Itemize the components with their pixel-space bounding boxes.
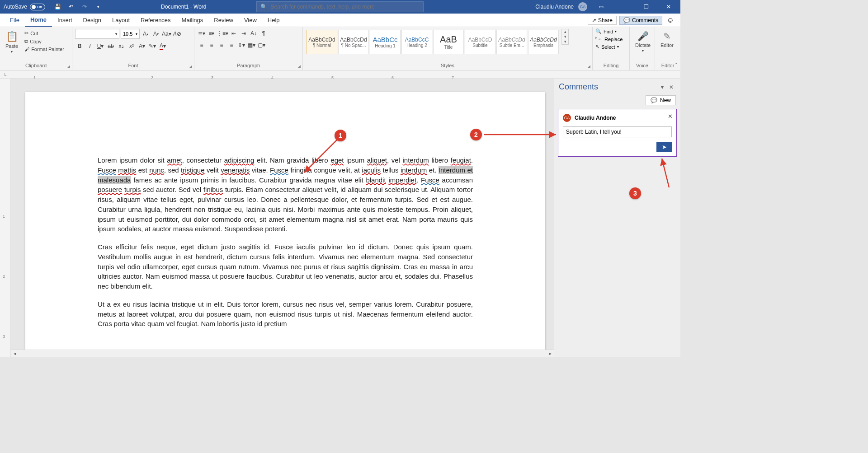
- paragraph-2[interactable]: Cras efficitur felis neque, eget dictum …: [98, 242, 473, 291]
- user-avatar[interactable]: CA: [578, 2, 587, 11]
- ribbon-display-options-icon[interactable]: ▭: [592, 0, 610, 14]
- tab-help[interactable]: Help: [262, 14, 285, 27]
- select-button[interactable]: ↖Select▾: [594, 43, 620, 50]
- comment-send-button[interactable]: ➤: [656, 142, 672, 152]
- tab-review[interactable]: Review: [208, 14, 239, 27]
- scroll-right-icon[interactable]: ▸: [547, 351, 554, 356]
- sort-icon[interactable]: A↓: [249, 29, 258, 38]
- increase-indent-icon[interactable]: ⇥: [239, 29, 248, 38]
- style-subtitle[interactable]: AaBbCcDSubtitle: [465, 30, 495, 54]
- qat-customize-icon[interactable]: ▾: [92, 1, 104, 13]
- autosave-control[interactable]: AutoSave Off: [0, 4, 49, 10]
- vertical-ruler[interactable]: 1 2 3: [0, 79, 11, 357]
- dialog-launcher-icon[interactable]: ◢: [297, 64, 301, 69]
- text-effects-icon[interactable]: A▾: [137, 42, 146, 51]
- align-center-icon[interactable]: ≡: [207, 41, 216, 50]
- close-icon[interactable]: ✕: [660, 0, 678, 14]
- page-body[interactable]: Lorem ipsum dolor sit amet, consectetur …: [25, 92, 545, 329]
- decrease-indent-icon[interactable]: ⇤: [229, 29, 238, 38]
- scroll-left-icon[interactable]: ◂: [11, 351, 18, 356]
- clear-formatting-icon[interactable]: A⊘: [173, 29, 182, 38]
- italic-icon[interactable]: I: [85, 42, 94, 51]
- shrink-font-icon[interactable]: A▾: [151, 29, 160, 38]
- maximize-icon[interactable]: ❐: [637, 0, 655, 14]
- paragraph-3[interactable]: Ut a ex eu risus lacinia tristique ut in…: [98, 299, 473, 329]
- borders-icon[interactable]: ▢▾: [257, 41, 266, 50]
- styles-scroll[interactable]: ▴▾▾: [561, 29, 569, 45]
- redo-icon[interactable]: ↷: [79, 1, 90, 13]
- multilevel-icon[interactable]: ⋮≡▾: [217, 29, 228, 38]
- paste-button[interactable]: 📋 Paste ▾: [3, 29, 21, 56]
- style-normal[interactable]: AaBbCcDd¶ Normal: [307, 30, 337, 54]
- underline-icon[interactable]: U▾: [96, 42, 105, 51]
- change-case-icon[interactable]: Aa▾: [162, 29, 171, 38]
- superscript-icon[interactable]: x²: [127, 42, 136, 51]
- tab-home[interactable]: Home: [25, 14, 52, 27]
- comment-input[interactable]: [563, 126, 672, 137]
- tab-selector[interactable]: L: [0, 72, 11, 77]
- numbering-icon[interactable]: ≡▾: [207, 29, 216, 38]
- justify-icon[interactable]: ≡: [227, 41, 236, 50]
- autosave-toggle[interactable]: Off: [30, 4, 45, 10]
- comment-close-icon[interactable]: ✕: [668, 113, 673, 120]
- align-right-icon[interactable]: ≡: [217, 41, 226, 50]
- undo-icon[interactable]: ↶: [65, 1, 77, 13]
- pane-close-icon[interactable]: ✕: [667, 84, 676, 90]
- collapse-ribbon-icon[interactable]: ˄: [675, 62, 678, 68]
- style-heading1[interactable]: AaBbCcHeading 1: [370, 30, 401, 54]
- font-name-combo[interactable]: ▾: [75, 29, 119, 39]
- font-color-icon[interactable]: A▾: [158, 42, 167, 51]
- editor-button[interactable]: ✎Editor: [658, 29, 676, 50]
- style-subtle-emphasis[interactable]: AaBbCcDdSubtle Em...: [496, 30, 527, 54]
- tab-design[interactable]: Design: [78, 14, 107, 27]
- copy-button[interactable]: ⧉Copy: [23, 38, 66, 45]
- cut-button[interactable]: ✂Cut: [23, 30, 66, 37]
- bullets-icon[interactable]: ≣▾: [197, 29, 206, 38]
- paragraph-1[interactable]: Lorem ipsum dolor sit amet, consectetur …: [98, 155, 473, 234]
- style-emphasis[interactable]: AaBbCcDdEmphasis: [528, 30, 559, 54]
- shading-icon[interactable]: ▦▾: [247, 41, 256, 50]
- minimize-icon[interactable]: —: [614, 0, 632, 14]
- align-left-icon[interactable]: ≡: [197, 41, 206, 50]
- pane-menu-icon[interactable]: ▾: [658, 84, 667, 90]
- style-title[interactable]: AaBTitle: [433, 30, 464, 54]
- page: Lorem ipsum dolor sit amet, consectetur …: [25, 92, 545, 357]
- find-button[interactable]: 🔍Find▾: [594, 28, 618, 35]
- horizontal-scrollbar[interactable]: ◂ ▸: [11, 350, 554, 357]
- scroll-down-icon[interactable]: ▾: [562, 34, 568, 39]
- style-heading2[interactable]: AaBbCcCHeading 2: [401, 30, 432, 54]
- share-button[interactable]: ↗Share: [588, 16, 617, 25]
- tab-file[interactable]: File: [5, 14, 25, 27]
- horizontal-ruler[interactable]: L 1 2 3 4 5 6 7: [0, 70, 680, 79]
- save-icon[interactable]: 💾: [52, 1, 63, 13]
- font-size-combo[interactable]: 10.5▾: [121, 29, 140, 39]
- format-painter-button[interactable]: 🖌Format Painter: [23, 46, 66, 52]
- styles-more-icon[interactable]: ▾: [562, 39, 568, 44]
- tab-mailings[interactable]: Mailings: [176, 14, 209, 27]
- grow-font-icon[interactable]: A▴: [141, 29, 150, 38]
- tab-references[interactable]: References: [135, 14, 176, 27]
- scroll-up-icon[interactable]: ▴: [562, 29, 568, 34]
- subscript-icon[interactable]: x₂: [117, 42, 126, 51]
- new-comment-button[interactable]: 💬New: [646, 95, 676, 105]
- styles-gallery[interactable]: AaBbCcDd¶ Normal AaBbCcDd¶ No Spac... Aa…: [306, 29, 560, 55]
- search-box[interactable]: 🔍: [256, 1, 424, 12]
- tab-insert[interactable]: Insert: [52, 14, 78, 27]
- style-nospacing[interactable]: AaBbCcDd¶ No Spac...: [338, 30, 369, 54]
- dialog-launcher-icon[interactable]: ◢: [587, 64, 590, 69]
- dialog-launcher-icon[interactable]: ◢: [67, 64, 70, 69]
- line-spacing-icon[interactable]: ⇕▾: [237, 41, 246, 50]
- replace-button[interactable]: ᵇ↔Replace: [594, 36, 623, 42]
- dialog-launcher-icon[interactable]: ◢: [189, 64, 192, 69]
- bold-icon[interactable]: B: [75, 42, 84, 51]
- highlight-icon[interactable]: ✎▾: [148, 42, 157, 51]
- feedback-icon[interactable]: ☺: [665, 15, 676, 26]
- tab-view[interactable]: View: [239, 14, 262, 27]
- tab-layout[interactable]: Layout: [107, 14, 135, 27]
- show-marks-icon[interactable]: ¶: [259, 29, 268, 38]
- strikethrough-icon[interactable]: ab: [106, 42, 115, 51]
- search-input[interactable]: [271, 4, 420, 10]
- document-area[interactable]: Lorem ipsum dolor sit amet, consectetur …: [11, 79, 554, 357]
- dictate-button[interactable]: 🎤Dictate▾: [632, 29, 653, 55]
- comments-button[interactable]: 💬Comments: [619, 16, 662, 25]
